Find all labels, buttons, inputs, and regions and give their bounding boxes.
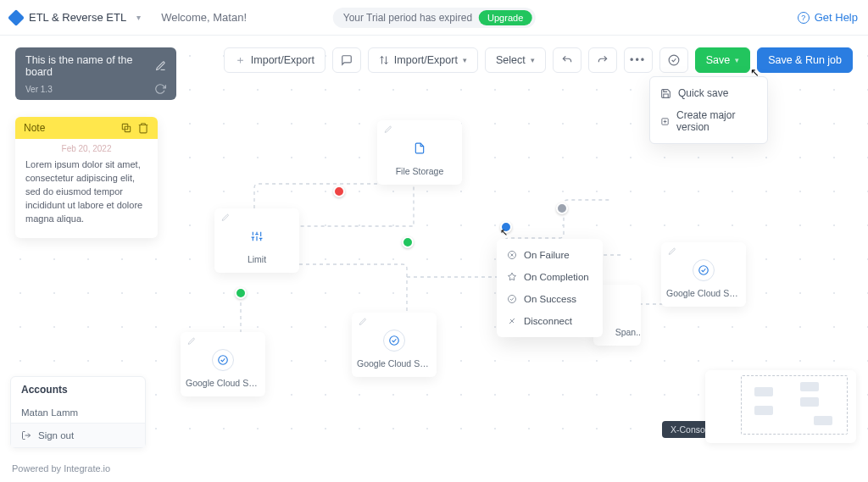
quick-save-label: Quick save [678, 87, 728, 99]
minimap-node [754, 406, 773, 415]
disconnect-icon [507, 316, 517, 326]
node-gcs-4[interactable]: Google Cloud Span.. [661, 242, 746, 307]
handle-gray[interactable] [556, 202, 568, 214]
success-icon [507, 294, 517, 304]
board-version: Ver 1.3 [25, 85, 53, 94]
trial-text: Your Trial period has expired [343, 12, 472, 24]
flow-canvas[interactable]: This is the name of the board Ver 1.3 ＋ … [0, 36, 868, 455]
comment-button[interactable] [332, 47, 361, 73]
brand-logo-icon [8, 9, 25, 26]
edit-icon[interactable] [187, 337, 196, 346]
node-label: Google Cloud Span.. [357, 358, 431, 368]
redo-button[interactable] [588, 47, 617, 73]
success-handle[interactable] [402, 236, 414, 248]
node-label: File Storage [382, 166, 457, 176]
svg-point-4 [219, 356, 228, 365]
ctx-disconnect[interactable]: Disconnect [497, 310, 603, 332]
select-label: Select [496, 54, 526, 66]
import-export-2-label: Import/Export [394, 54, 458, 66]
trial-banner: Your Trial period has expired Upgrade [333, 8, 536, 28]
ctx-label: On Success [524, 294, 576, 304]
failure-handle[interactable] [333, 186, 345, 197]
upgrade-button[interactable]: Upgrade [479, 10, 531, 25]
edit-icon[interactable] [359, 318, 367, 326]
svg-point-5 [390, 336, 399, 346]
redo-icon [597, 54, 609, 66]
account-user[interactable]: Matan Lamm [11, 402, 145, 423]
file-icon [414, 142, 426, 154]
save-run-button[interactable]: Save & Run job [757, 47, 853, 73]
edit-icon[interactable] [384, 125, 392, 134]
minimap-viewport[interactable] [741, 375, 848, 435]
ctx-label: On Completion [524, 272, 589, 282]
ctx-on-completion[interactable]: On Completion [497, 266, 603, 288]
svg-point-6 [699, 266, 709, 275]
import-export-dropdown[interactable]: Import/Export ▾ [368, 47, 478, 73]
import-export-button[interactable]: ＋ Import/Export [224, 47, 326, 73]
node-file-storage[interactable]: File Storage [377, 120, 462, 185]
minimap-node [754, 387, 773, 396]
note-date: Feb 20, 2022 [15, 139, 158, 155]
import-export-label: Import/Export [251, 54, 314, 66]
completion-icon [507, 272, 517, 282]
more-button[interactable]: ••• [624, 47, 653, 73]
sliders-icon [251, 230, 263, 242]
validate-button[interactable] [659, 47, 688, 73]
save-icon [660, 88, 671, 99]
cloud-icon [388, 335, 400, 346]
product-name: ETL & Reverse ETL [29, 11, 126, 24]
node-label: Span.. [598, 302, 641, 337]
welcome-text: Welcome, Matan! [161, 11, 247, 24]
undo-icon [561, 54, 573, 66]
svg-point-0 [669, 55, 679, 65]
accounts-panel: Accounts Matan Lamm Sign out [10, 376, 146, 448]
cloud-icon [217, 354, 229, 366]
undo-button[interactable] [553, 47, 581, 73]
sort-icon [379, 55, 389, 65]
trash-icon[interactable] [137, 122, 149, 134]
success-handle[interactable] [235, 287, 247, 299]
node-gcs-1[interactable]: Google Cloud Span.. [181, 332, 265, 396]
product-switcher[interactable]: ETL & Reverse ETL ▾ [10, 11, 141, 24]
select-dropdown[interactable]: Select ▾ [485, 47, 546, 73]
cursor-icon: ↖ [750, 66, 760, 79]
minimap[interactable] [705, 370, 856, 443]
note-title: Note [24, 122, 115, 134]
signout-icon [21, 430, 31, 440]
save-label: Save [706, 54, 731, 66]
note-body: Lorem ipsum dolor sit amet, consectetur … [15, 155, 158, 238]
refresh-icon[interactable] [154, 83, 166, 95]
sticky-note[interactable]: Note Feb 20, 2022 Lorem ipsum dolor sit … [15, 117, 158, 238]
comment-icon [341, 54, 353, 66]
quick-save-item[interactable]: Quick save [650, 82, 767, 104]
edit-icon[interactable] [221, 213, 230, 222]
minimap-node [814, 416, 832, 425]
svg-point-8 [509, 296, 516, 303]
help-icon: ? [798, 12, 810, 24]
minimap-node [800, 382, 819, 391]
node-label: Google Cloud Span.. [666, 288, 741, 298]
edit-icon[interactable] [668, 247, 676, 256]
failure-icon [507, 250, 517, 260]
save-button[interactable]: Save ▾ [695, 47, 751, 73]
get-help-label: Get Help [815, 11, 858, 24]
ctx-label: On Failure [524, 250, 570, 260]
get-help-link[interactable]: ? Get Help [798, 11, 858, 24]
node-label: Google Cloud Span.. [186, 378, 260, 388]
sign-out-item[interactable]: Sign out [11, 423, 145, 447]
ctx-on-failure[interactable]: On Failure [497, 244, 603, 266]
save-dropdown-menu: Quick save Create major version [649, 76, 768, 144]
copy-icon[interactable] [120, 122, 132, 134]
version-icon [660, 116, 670, 127]
chevron-down-icon: ▾ [136, 13, 141, 22]
powered-by: Powered by Integrate.io [12, 463, 110, 474]
major-version-label: Create major version [676, 109, 757, 133]
create-major-version-item[interactable]: Create major version [650, 104, 767, 138]
ctx-on-success[interactable]: On Success [497, 288, 603, 310]
node-gcs-2[interactable]: Google Cloud Span.. [352, 313, 437, 377]
chevron-down-icon: ▾ [463, 56, 467, 64]
node-limit[interactable]: Limit [214, 208, 299, 273]
edit-icon[interactable] [155, 60, 166, 72]
accounts-heading: Accounts [11, 377, 145, 402]
board-title-chip: This is the name of the board Ver 1.3 [15, 47, 176, 100]
